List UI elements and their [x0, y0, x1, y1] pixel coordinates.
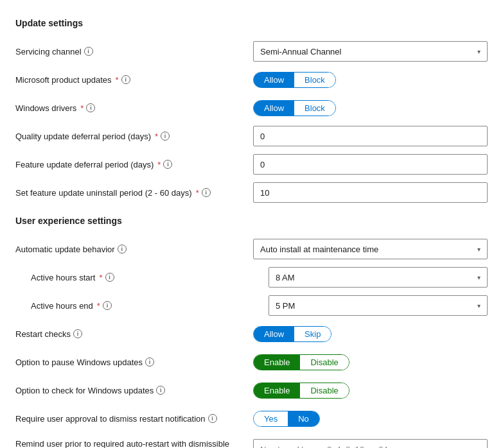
microsoft-product-updates-label-col: Microsoft product updates * i — [15, 75, 253, 85]
restart-checks-control: Allow Skip — [253, 326, 488, 342]
microsoft-product-updates-control: Allow Block — [253, 72, 488, 88]
option-check-updates-row: Option to check for Windows updates i En… — [15, 377, 488, 403]
active-hours-end-label-col: Active hours end * i — [31, 301, 269, 311]
servicing-channel-row: Servicing channel i Semi-Annual Channel … — [15, 39, 488, 64]
update-settings-section: Update settings Servicing channel i Semi… — [15, 18, 488, 205]
option-pause-updates-enable-btn[interactable]: Enable — [254, 355, 300, 370]
feature-update-deferral-input[interactable] — [253, 154, 488, 175]
option-check-updates-control: Enable Disable — [253, 383, 488, 399]
active-hours-end-control: 5 PM ▾ — [269, 295, 488, 316]
feature-update-uninstall-info-icon[interactable]: i — [202, 188, 211, 197]
restart-checks-skip-btn[interactable]: Skip — [294, 327, 331, 341]
remind-dismissible-row: Remind user prior to required auto-resta… — [15, 434, 488, 448]
feature-update-uninstall-required: * — [196, 188, 199, 198]
microsoft-product-updates-required: * — [116, 75, 119, 85]
microsoft-product-updates-label: Microsoft product updates — [15, 75, 112, 85]
require-user-approval-label-col: Require user approval to dismiss restart… — [15, 414, 253, 424]
remind-dismissible-label-col: Remind user prior to required auto-resta… — [15, 439, 253, 448]
restart-checks-info-icon[interactable]: i — [73, 329, 82, 338]
feature-update-deferral-control — [253, 154, 488, 175]
option-pause-updates-toggle: Enable Disable — [253, 354, 349, 370]
feature-update-deferral-label-col: Feature update deferral period (days) * … — [15, 160, 253, 169]
feature-update-uninstall-label: Set feature update uninstall period (2 -… — [15, 188, 192, 198]
active-hours-end-value: 5 PM — [276, 301, 295, 311]
require-user-approval-label: Require user approval to dismiss restart… — [15, 414, 206, 424]
automatic-update-behavior-label-col: Automatic update behavior i — [15, 245, 253, 254]
remind-dismissible-control — [253, 439, 488, 448]
automatic-update-behavior-dropdown[interactable]: Auto install at maintenance time ▾ — [253, 239, 488, 259]
option-pause-updates-label-col: Option to pause Windows updates i — [15, 358, 253, 367]
feature-update-deferral-row: Feature update deferral period (days) * … — [15, 151, 488, 177]
microsoft-product-updates-block-btn[interactable]: Block — [294, 73, 335, 87]
remind-dismissible-label: Remind user prior to required auto-resta… — [15, 439, 245, 448]
automatic-update-behavior-control: Auto install at maintenance time ▾ — [253, 239, 488, 259]
option-check-updates-toggle: Enable Disable — [253, 383, 349, 399]
restart-checks-row: Restart checks i Allow Skip — [15, 321, 488, 347]
servicing-channel-control: Semi-Annual Channel ▾ — [253, 41, 488, 62]
windows-drivers-row: Windows drivers * i Allow Block — [15, 95, 488, 121]
active-hours-start-required: * — [99, 273, 102, 282]
feature-update-uninstall-input[interactable] — [253, 182, 488, 203]
require-user-approval-row: Require user approval to dismiss restart… — [15, 406, 488, 431]
servicing-channel-value: Semi-Annual Channel — [260, 47, 341, 56]
quality-update-deferral-info-icon[interactable]: i — [161, 132, 170, 141]
automatic-update-behavior-row: Automatic update behavior i Auto install… — [15, 236, 488, 262]
active-hours-end-dropdown[interactable]: 5 PM ▾ — [269, 295, 488, 316]
active-hours-end-info-icon[interactable]: i — [103, 301, 112, 310]
option-check-updates-info-icon[interactable]: i — [156, 386, 165, 395]
quality-update-deferral-label: Quality update deferral period (days) — [15, 132, 151, 141]
active-hours-end-required: * — [97, 301, 100, 311]
windows-drivers-label: Windows drivers — [15, 103, 76, 113]
quality-update-deferral-input[interactable] — [253, 126, 488, 146]
feature-update-deferral-label: Feature update deferral period (days) — [15, 160, 154, 169]
microsoft-product-updates-allow-btn[interactable]: Allow — [254, 73, 294, 87]
windows-drivers-control: Allow Block — [253, 100, 488, 116]
servicing-channel-label-col: Servicing channel i — [15, 47, 253, 56]
automatic-update-behavior-label: Automatic update behavior — [15, 245, 115, 254]
require-user-approval-yes-btn[interactable]: Yes — [254, 411, 288, 426]
restart-checks-allow-btn[interactable]: Allow — [254, 327, 294, 341]
active-hours-start-label: Active hours start — [31, 273, 95, 282]
active-hours-start-dropdown[interactable]: 8 AM ▾ — [269, 267, 488, 288]
microsoft-product-updates-info-icon[interactable]: i — [121, 75, 130, 84]
servicing-channel-label: Servicing channel — [15, 47, 82, 56]
active-hours-start-chevron-icon: ▾ — [477, 274, 481, 281]
windows-drivers-block-btn[interactable]: Block — [294, 101, 335, 116]
option-pause-updates-row: Option to pause Windows updates i Enable… — [15, 349, 488, 375]
user-experience-title: User experience settings — [15, 216, 488, 226]
windows-drivers-toggle: Allow Block — [253, 100, 336, 116]
active-hours-start-row: Active hours start * i 8 AM ▾ — [15, 264, 488, 290]
active-hours-start-label-col: Active hours start * i — [31, 273, 269, 282]
servicing-channel-dropdown[interactable]: Semi-Annual Channel ▾ — [253, 41, 488, 62]
option-check-updates-enable-btn[interactable]: Enable — [254, 383, 300, 398]
active-hours-start-control: 8 AM ▾ — [269, 267, 488, 288]
option-pause-updates-label: Option to pause Windows updates — [15, 358, 143, 367]
option-pause-updates-info-icon[interactable]: i — [145, 358, 154, 366]
restart-checks-toggle: Allow Skip — [253, 326, 331, 342]
feature-update-uninstall-row: Set feature update uninstall period (2 -… — [15, 180, 488, 205]
user-experience-section: User experience settings Automatic updat… — [15, 216, 488, 448]
servicing-channel-info-icon[interactable]: i — [84, 47, 93, 56]
update-settings-title: Update settings — [15, 18, 488, 28]
microsoft-product-updates-row: Microsoft product updates * i Allow Bloc… — [15, 67, 488, 92]
require-user-approval-toggle: Yes No — [253, 411, 320, 427]
active-hours-start-info-icon[interactable]: i — [105, 273, 114, 282]
automatic-update-behavior-info-icon[interactable]: i — [118, 245, 127, 254]
feature-update-deferral-info-icon[interactable]: i — [163, 160, 172, 169]
require-user-approval-no-btn[interactable]: No — [288, 411, 319, 426]
windows-drivers-info-icon[interactable]: i — [86, 103, 95, 112]
windows-drivers-allow-btn[interactable]: Allow — [254, 101, 294, 116]
restart-checks-label: Restart checks — [15, 329, 71, 339]
require-user-approval-info-icon[interactable]: i — [208, 414, 217, 423]
active-hours-end-row: Active hours end * i 5 PM ▾ — [15, 293, 488, 318]
servicing-channel-chevron-icon: ▾ — [477, 48, 481, 55]
option-pause-updates-disable-btn[interactable]: Disable — [300, 355, 348, 370]
remind-dismissible-input[interactable] — [253, 439, 488, 448]
option-check-updates-label-col: Option to check for Windows updates i — [15, 386, 253, 395]
feature-update-uninstall-label-col: Set feature update uninstall period (2 -… — [15, 188, 253, 198]
restart-checks-label-col: Restart checks i — [15, 329, 253, 339]
active-hours-end-label: Active hours end — [31, 301, 93, 311]
option-check-updates-disable-btn[interactable]: Disable — [300, 383, 348, 398]
quality-update-deferral-control — [253, 126, 488, 146]
active-hours-end-chevron-icon: ▾ — [477, 302, 481, 309]
